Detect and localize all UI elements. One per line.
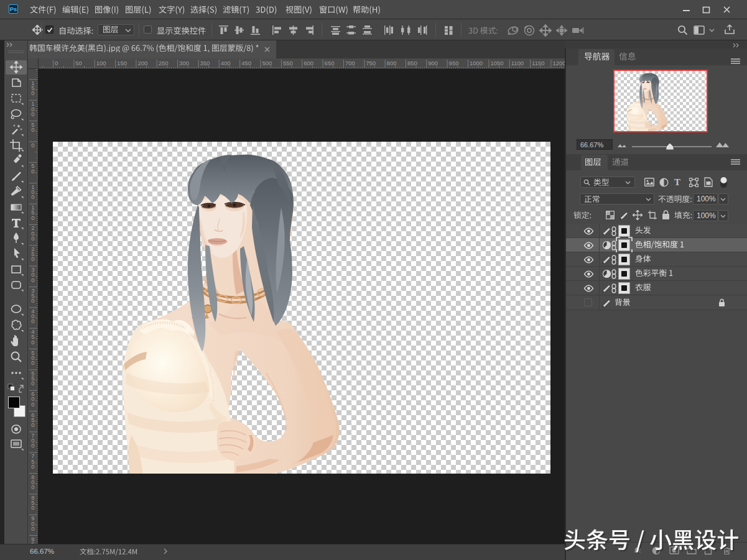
svg-text:0: 0: [31, 193, 34, 200]
svg-text:0: 0: [31, 339, 34, 346]
svg-text:700: 700: [345, 60, 355, 67]
svg-text:0: 0: [31, 421, 34, 428]
svg-text:0: 0: [31, 235, 34, 242]
svg-text:550: 550: [283, 60, 293, 67]
svg-text:1000: 1000: [470, 60, 483, 67]
svg-text:0: 0: [31, 90, 34, 96]
svg-text:300: 300: [179, 60, 189, 67]
svg-text:0: 0: [31, 214, 34, 221]
svg-text:200: 200: [137, 60, 147, 67]
svg-text:0: 0: [31, 277, 34, 283]
svg-text:0: 0: [31, 297, 34, 304]
svg-text:800: 800: [387, 60, 397, 67]
svg-text:50: 50: [75, 60, 82, 67]
svg-text:1150: 1150: [532, 60, 544, 67]
svg-text:0: 0: [31, 168, 34, 175]
svg-text:0: 0: [31, 525, 34, 532]
svg-text:850: 850: [407, 60, 417, 67]
svg-text:0: 0: [31, 255, 34, 262]
svg-text:450: 450: [241, 60, 251, 67]
svg-text:0: 0: [31, 442, 34, 449]
svg-text:0: 0: [31, 142, 34, 149]
svg-text:250: 250: [159, 60, 169, 67]
svg-text:950: 950: [449, 60, 459, 67]
svg-text:1050: 1050: [490, 60, 503, 67]
svg-text:0: 0: [31, 359, 34, 366]
svg-text:100: 100: [96, 60, 106, 67]
svg-text:0: 0: [31, 318, 34, 324]
svg-text:350: 350: [200, 60, 210, 67]
svg-text:750: 750: [366, 60, 376, 67]
svg-text:0: 0: [55, 60, 58, 67]
svg-text:0: 0: [31, 504, 34, 511]
svg-text:150: 150: [117, 60, 127, 67]
svg-text:650: 650: [325, 60, 335, 67]
svg-text:0: 0: [31, 111, 34, 117]
svg-text:1200: 1200: [552, 60, 565, 67]
svg-text:400: 400: [221, 60, 231, 67]
svg-text:0: 0: [31, 401, 34, 408]
svg-text:0: 0: [31, 126, 34, 133]
svg-text:500: 500: [262, 60, 272, 67]
svg-text:600: 600: [304, 60, 313, 67]
svg-text:1100: 1100: [511, 60, 524, 67]
svg-text:900: 900: [428, 60, 438, 67]
svg-text:0: 0: [31, 380, 34, 387]
svg-text:0: 0: [31, 463, 34, 470]
svg-text:0: 0: [31, 484, 34, 490]
